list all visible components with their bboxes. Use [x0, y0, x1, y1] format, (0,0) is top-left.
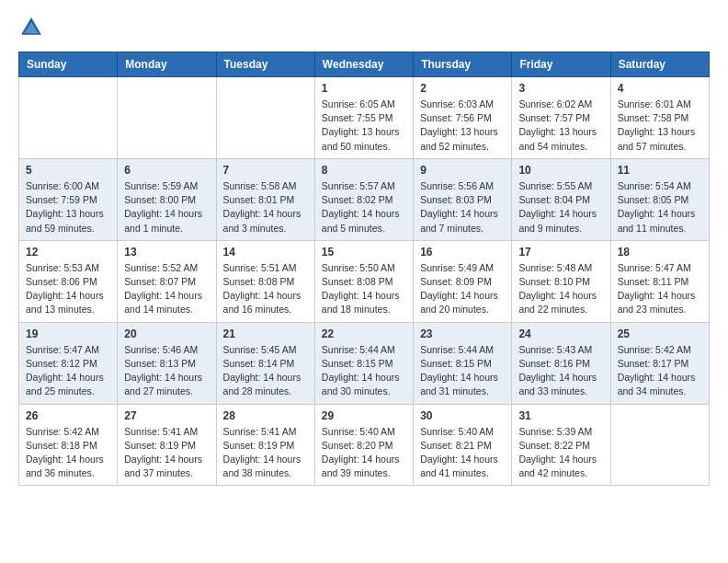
- calendar-week-row: 1Sunrise: 6:05 AMSunset: 7:55 PMDaylight…: [19, 77, 710, 159]
- day-number: 10: [518, 164, 603, 177]
- calendar-table: SundayMondayTuesdayWednesdayThursdayFrid…: [18, 52, 710, 486]
- day-info: Sunrise: 5:54 AMSunset: 8:05 PMDaylight:…: [618, 179, 702, 236]
- calendar-cell: 17Sunrise: 5:48 AMSunset: 8:10 PMDayligh…: [512, 240, 610, 322]
- day-info: Sunrise: 5:56 AMSunset: 8:03 PMDaylight:…: [420, 179, 505, 236]
- calendar-cell: 27Sunrise: 5:41 AMSunset: 8:19 PMDayligh…: [118, 404, 216, 486]
- day-header-friday: Friday: [512, 52, 610, 77]
- calendar-cell: [118, 77, 216, 159]
- calendar-cell: 19Sunrise: 5:47 AMSunset: 8:12 PMDayligh…: [19, 322, 118, 404]
- calendar-cell: 3Sunrise: 6:02 AMSunset: 7:57 PMDaylight…: [512, 77, 610, 159]
- calendar-cell: 24Sunrise: 5:43 AMSunset: 8:16 PMDayligh…: [512, 322, 610, 404]
- day-number: 26: [26, 409, 110, 422]
- calendar-cell: 31Sunrise: 5:39 AMSunset: 8:22 PMDayligh…: [512, 404, 610, 486]
- calendar-cell: 23Sunrise: 5:44 AMSunset: 8:15 PMDayligh…: [414, 322, 512, 404]
- day-info: Sunrise: 5:58 AMSunset: 8:01 PMDaylight:…: [223, 179, 308, 236]
- day-number: 14: [223, 246, 308, 259]
- day-header-sunday: Sunday: [19, 52, 118, 77]
- day-info: Sunrise: 5:53 AMSunset: 8:06 PMDaylight:…: [26, 261, 110, 317]
- day-number: 9: [420, 164, 505, 177]
- calendar-cell: 2Sunrise: 6:03 AMSunset: 7:56 PMDaylight…: [414, 77, 512, 159]
- day-info: Sunrise: 5:41 AMSunset: 8:19 PMDaylight:…: [223, 425, 308, 481]
- day-number: 3: [518, 82, 603, 95]
- day-number: 20: [124, 327, 209, 340]
- day-info: Sunrise: 5:40 AMSunset: 8:20 PMDaylight:…: [322, 425, 406, 481]
- calendar-cell: 12Sunrise: 5:53 AMSunset: 8:06 PMDayligh…: [19, 240, 118, 322]
- day-number: 19: [26, 327, 110, 340]
- header: [18, 15, 710, 40]
- day-info: Sunrise: 5:52 AMSunset: 8:07 PMDaylight:…: [124, 261, 209, 317]
- day-info: Sunrise: 5:50 AMSunset: 8:08 PMDaylight:…: [322, 261, 406, 317]
- calendar-cell: [610, 404, 709, 486]
- day-info: Sunrise: 6:05 AMSunset: 7:55 PMDaylight:…: [322, 98, 406, 154]
- calendar-cell: 1Sunrise: 6:05 AMSunset: 7:55 PMDaylight…: [314, 77, 413, 159]
- day-header-monday: Monday: [118, 52, 216, 77]
- day-info: Sunrise: 5:49 AMSunset: 8:09 PMDaylight:…: [420, 261, 505, 317]
- day-info: Sunrise: 5:39 AMSunset: 8:22 PMDaylight:…: [518, 425, 603, 481]
- day-number: 16: [420, 246, 505, 259]
- calendar-cell: 28Sunrise: 5:41 AMSunset: 8:19 PMDayligh…: [216, 404, 314, 486]
- calendar-cell: 25Sunrise: 5:42 AMSunset: 8:17 PMDayligh…: [610, 322, 709, 404]
- day-number: 13: [124, 246, 209, 259]
- calendar-cell: 6Sunrise: 5:59 AMSunset: 8:00 PMDaylight…: [118, 158, 216, 240]
- calendar-cell: 4Sunrise: 6:01 AMSunset: 7:58 PMDaylight…: [610, 77, 709, 159]
- calendar-cell: 26Sunrise: 5:42 AMSunset: 8:18 PMDayligh…: [19, 404, 118, 486]
- day-info: Sunrise: 6:00 AMSunset: 7:59 PMDaylight:…: [26, 179, 110, 236]
- day-number: 12: [26, 246, 110, 259]
- calendar-cell: 14Sunrise: 5:51 AMSunset: 8:08 PMDayligh…: [216, 240, 314, 322]
- day-info: Sunrise: 6:03 AMSunset: 7:56 PMDaylight:…: [420, 98, 505, 154]
- calendar-cell: 7Sunrise: 5:58 AMSunset: 8:01 PMDaylight…: [216, 158, 314, 240]
- day-number: 2: [420, 82, 505, 95]
- logo: [18, 15, 48, 40]
- calendar-cell: 10Sunrise: 5:55 AMSunset: 8:04 PMDayligh…: [512, 158, 610, 240]
- day-number: 5: [26, 164, 110, 177]
- day-info: Sunrise: 5:55 AMSunset: 8:04 PMDaylight:…: [518, 179, 603, 236]
- day-info: Sunrise: 5:48 AMSunset: 8:10 PMDaylight:…: [518, 261, 603, 317]
- day-number: 17: [518, 246, 603, 259]
- calendar-cell: 20Sunrise: 5:46 AMSunset: 8:13 PMDayligh…: [118, 322, 216, 404]
- logo-icon: [18, 15, 44, 40]
- day-number: 6: [124, 164, 209, 177]
- calendar-cell: 21Sunrise: 5:45 AMSunset: 8:14 PMDayligh…: [216, 322, 314, 404]
- day-number: 30: [420, 409, 505, 422]
- day-info: Sunrise: 6:02 AMSunset: 7:57 PMDaylight:…: [518, 98, 603, 154]
- day-number: 22: [322, 327, 406, 340]
- day-info: Sunrise: 5:41 AMSunset: 8:19 PMDaylight:…: [124, 425, 209, 481]
- day-number: 23: [420, 327, 505, 340]
- day-info: Sunrise: 5:57 AMSunset: 8:02 PMDaylight:…: [322, 179, 406, 236]
- day-number: 18: [618, 246, 702, 259]
- day-info: Sunrise: 5:46 AMSunset: 8:13 PMDaylight:…: [124, 343, 209, 399]
- calendar-cell: [19, 77, 118, 159]
- day-info: Sunrise: 5:44 AMSunset: 8:15 PMDaylight:…: [322, 343, 406, 399]
- calendar-cell: 18Sunrise: 5:47 AMSunset: 8:11 PMDayligh…: [610, 240, 709, 322]
- day-header-saturday: Saturday: [610, 52, 709, 77]
- day-info: Sunrise: 5:51 AMSunset: 8:08 PMDaylight:…: [223, 261, 308, 317]
- day-number: 7: [223, 164, 308, 177]
- day-info: Sunrise: 5:47 AMSunset: 8:12 PMDaylight:…: [26, 343, 110, 399]
- calendar-cell: [216, 77, 314, 159]
- day-header-tuesday: Tuesday: [216, 52, 314, 77]
- day-number: 29: [322, 409, 406, 422]
- day-info: Sunrise: 5:42 AMSunset: 8:18 PMDaylight:…: [26, 425, 110, 481]
- calendar-header-row: SundayMondayTuesdayWednesdayThursdayFrid…: [19, 52, 710, 77]
- page: SundayMondayTuesdayWednesdayThursdayFrid…: [0, 0, 728, 500]
- day-info: Sunrise: 6:01 AMSunset: 7:58 PMDaylight:…: [618, 98, 702, 154]
- calendar-week-row: 19Sunrise: 5:47 AMSunset: 8:12 PMDayligh…: [19, 322, 710, 404]
- day-info: Sunrise: 5:44 AMSunset: 8:15 PMDaylight:…: [420, 343, 505, 399]
- day-number: 27: [124, 409, 209, 422]
- day-header-thursday: Thursday: [414, 52, 512, 77]
- day-header-wednesday: Wednesday: [314, 52, 413, 77]
- day-number: 28: [223, 409, 308, 422]
- day-info: Sunrise: 5:59 AMSunset: 8:00 PMDaylight:…: [124, 179, 209, 236]
- day-info: Sunrise: 5:42 AMSunset: 8:17 PMDaylight:…: [618, 343, 702, 399]
- calendar-cell: 9Sunrise: 5:56 AMSunset: 8:03 PMDaylight…: [414, 158, 512, 240]
- calendar-week-row: 5Sunrise: 6:00 AMSunset: 7:59 PMDaylight…: [19, 158, 710, 240]
- calendar-cell: 29Sunrise: 5:40 AMSunset: 8:20 PMDayligh…: [314, 404, 413, 486]
- calendar-cell: 5Sunrise: 6:00 AMSunset: 7:59 PMDaylight…: [19, 158, 118, 240]
- calendar-cell: 13Sunrise: 5:52 AMSunset: 8:07 PMDayligh…: [118, 240, 216, 322]
- day-number: 4: [618, 82, 702, 95]
- day-number: 25: [618, 327, 702, 340]
- day-info: Sunrise: 5:43 AMSunset: 8:16 PMDaylight:…: [518, 343, 603, 399]
- calendar-week-row: 26Sunrise: 5:42 AMSunset: 8:18 PMDayligh…: [19, 404, 710, 486]
- calendar-cell: 15Sunrise: 5:50 AMSunset: 8:08 PMDayligh…: [314, 240, 413, 322]
- day-number: 11: [618, 164, 702, 177]
